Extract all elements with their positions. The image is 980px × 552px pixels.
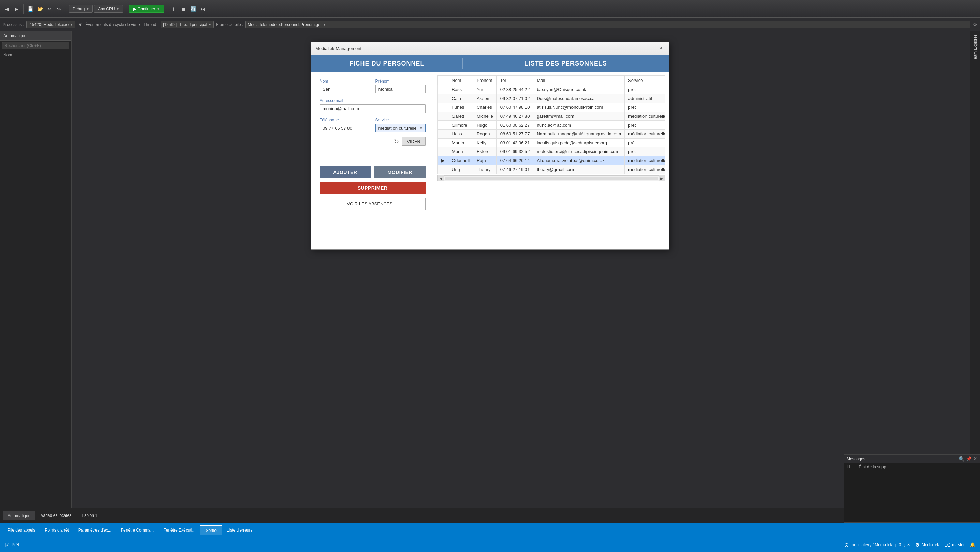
mediatek-icon: ⚙ [915,542,920,547]
close-output-icon[interactable]: ✕ [974,456,977,461]
github-icon: ⊙ [844,542,849,548]
nom-input[interactable] [320,85,370,94]
table-scrollbar[interactable]: ◀ ▶ [438,175,665,182]
col-service: Service [625,76,665,85]
processus-label: Processus : [3,22,24,27]
table-row[interactable]: CainAkeem09 32 07 71 02Duis@malesuadafam… [438,94,666,103]
checkbox-icon: ☑ [5,542,10,548]
processus-value: [15420] MediaTek.exe [29,22,68,27]
tab-fenetre-executi[interactable]: Fenêtre Exécuti... [159,526,200,534]
sep4 [167,4,167,14]
tab-points-darret[interactable]: Points d'arrêt [40,526,73,534]
redo-icon[interactable]: ↪ [55,5,63,13]
supprimer-button[interactable]: SUPPRIMER [320,182,426,194]
table-row[interactable]: MorinEstere09 01 69 32 52molestie.orci@u… [438,147,666,156]
tab-fenetre-comma[interactable]: Fenêtre Comma... [116,526,159,534]
tab-parametres[interactable]: Paramètres d'ex... [74,526,116,534]
play-icon: ▶ [133,6,137,11]
fiche-header: FICHE DU PERSONNEL [318,60,455,67]
dialog-header: FICHE DU PERSONNEL LISTE DES PERSONNELS [311,55,669,72]
personnel-table: Nom Prenom Tel Mail Service BassYuri02 8… [438,75,665,174]
branch-status[interactable]: ⎇ master [945,542,965,547]
stop-icon[interactable]: ⏹ [180,5,188,13]
thread-label: Thread : [143,22,159,27]
table-row[interactable]: HessRogan08 60 51 27 77Nam.nulla.magna@m… [438,130,666,139]
undo-icon[interactable]: ↩ [45,5,54,13]
table-row[interactable]: FunesCharles07 60 47 98 10at.risus.Nunc@… [438,103,666,112]
scrollbar-track [445,177,658,180]
tab-pile-des-appels[interactable]: Pile des appels [3,526,40,534]
pret-label: Prêt [11,542,19,547]
github-label: monicatevy / MediaTek [851,542,892,547]
voir-absences-button[interactable]: VOIR LES ABSENCES → [320,198,426,210]
tab-espion[interactable]: Espion 1 [77,511,102,520]
mediatek-status[interactable]: ⚙ MediaTek [915,542,939,547]
save-icon[interactable]: 💾 [26,5,35,13]
table-row[interactable]: MartinKelly03 01 43 96 21iaculis.quis.pe… [438,139,666,147]
form-group-mail: Adresse mail [320,98,426,113]
li-label: Li... [847,465,853,469]
open-icon[interactable]: 📂 [36,5,44,13]
restart-icon[interactable]: 🔄 [189,5,197,13]
continuer-button[interactable]: ▶ Continuer ▼ [129,5,164,13]
team-explorer-label[interactable]: Team Explorer [972,31,979,64]
table-row[interactable]: GarettMichelle07 49 46 27 80garettm@mail… [438,112,666,121]
table-row[interactable]: UngTheary07 46 27 19 01theary@gmail.comm… [438,165,666,174]
service-select[interactable]: médiation culturelle prêt administratif [375,124,426,132]
form-section: Nom Prénom Adresse mail [311,72,434,249]
back-icon[interactable]: ◀ [3,5,11,13]
up-count: 0 [899,542,901,547]
col-prenom: Prenom [473,76,497,85]
tab-automatique[interactable]: Automatique [3,511,35,520]
forward-icon[interactable]: ▶ [12,5,21,13]
status-pret: ☑ Prêt [5,542,19,548]
tab-liste-erreurs[interactable]: Liste d'erreurs [222,526,258,534]
github-status[interactable]: ⊙ monicatevy / MediaTek ↑ 0 ↓ 8 [844,542,910,548]
dialog-titlebar: MediaTek Management × [311,42,669,55]
cpu-dropdown[interactable]: Any CPU ▼ [94,5,123,13]
dialog-body: Nom Prénom Adresse mail [311,72,669,249]
settings-icon[interactable]: ⚙ [972,21,977,28]
table-row[interactable]: GilmoreHugo01 60 00 62 27nunc.ac@ac.comp… [438,121,666,130]
debug-arrow: ▼ [86,7,89,11]
debug-dropdown[interactable]: Debug ▼ [69,5,93,13]
frame-dropdown[interactable]: MediaTek.modele.Personnel.Prenom.get ▼ [245,21,970,28]
thread-value: [12592] Thread principal [163,22,207,27]
form-buttons: AJOUTER MODIFIER SUPPRIMER VOIR LES ABSE… [320,166,426,210]
debug-label: Debug [73,6,84,11]
refresh-icon[interactable]: ↻ [394,138,399,145]
telephone-input[interactable] [320,124,370,132]
bell-icon: 🔔 [970,542,975,547]
modifier-button[interactable]: MODIFIER [374,166,426,179]
search-output-icon[interactable]: 🔍 [959,456,964,462]
sep2 [66,4,66,14]
toolbar: ◀ ▶ 💾 📂 ↩ ↪ Debug ▼ Any CPU ▼ ▶ Continue… [0,0,980,18]
form-group-prenom: Prénom [375,79,426,94]
adresse-mail-input[interactable] [320,104,426,113]
processus-dropdown[interactable]: [15420] MediaTek.exe ▼ [26,21,75,28]
branch-icon: ⎇ [945,542,950,547]
dialog-overlay: MediaTek Management × FICHE DU PERSONNEL… [0,31,980,523]
prenom-input[interactable] [375,85,426,94]
table-row[interactable]: ▶OdonnellRaja07 64 66 20 14Aliquam.erat.… [438,156,666,165]
tab-variables-locales[interactable]: Variables locales [36,511,76,520]
thread-dropdown[interactable]: [12592] Thread principal ▼ [161,21,214,28]
dialog-close-button[interactable]: × [657,45,665,52]
vider-button[interactable]: VIDER [402,137,426,146]
workspace: Automatique Nom MediaTek Management × FI… [0,31,980,523]
notification-status[interactable]: 🔔 [970,542,975,547]
step-icon[interactable]: ⏭ [199,5,207,13]
liste-header: LISTE DES PERSONNELS [469,60,662,67]
scroll-right-button[interactable]: ▶ [659,175,665,182]
tab-sortie[interactable]: Sortie [200,525,222,535]
col-mail: Mail [533,76,625,85]
debugbar: Processus : [15420] MediaTek.exe ▼ ▾ Évé… [0,18,980,31]
form-row-tel-service: Téléphone Service médiation culturelle p… [320,118,426,132]
scroll-left-button[interactable]: ◀ [438,175,444,182]
ajouter-button[interactable]: AJOUTER [320,166,371,179]
output-sub-header: Li... État de la supp... [844,463,980,471]
table-row[interactable]: BassYuri02 88 25 44 22bassyuri@Quisque.c… [438,85,666,94]
cpu-arrow: ▼ [116,7,119,11]
pause-icon[interactable]: ⏸ [170,5,178,13]
pin-icon[interactable]: 📌 [966,456,972,461]
